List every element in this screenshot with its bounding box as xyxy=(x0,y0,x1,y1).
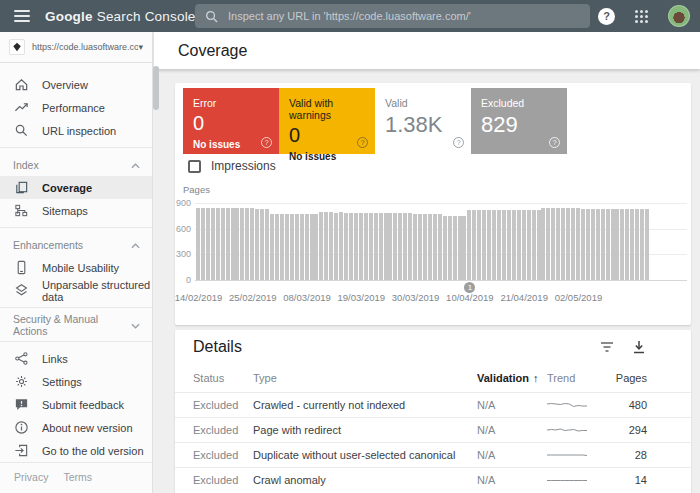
status-card-excluded[interactable]: Excluded829? xyxy=(471,88,567,154)
user-avatar[interactable] xyxy=(668,5,690,27)
status-card-label: Error xyxy=(193,97,269,109)
table-row[interactable]: ExcludedDuplicate without user-selected … xyxy=(175,442,691,467)
sidebar-item-label: Links xyxy=(42,353,68,365)
help-icon[interactable]: ? xyxy=(598,8,615,25)
status-card-error[interactable]: Error0No issues? xyxy=(183,88,279,154)
impressions-checkbox[interactable] xyxy=(188,160,201,173)
chart-bar xyxy=(206,208,210,280)
y-tick-label: 900 xyxy=(175,198,191,208)
cell-status: Excluded xyxy=(193,399,238,411)
column-header-pages[interactable]: Pages xyxy=(616,372,647,384)
performance-icon xyxy=(13,100,29,116)
column-header-trend[interactable]: Trend xyxy=(547,372,575,384)
chart-bar xyxy=(280,214,284,280)
sidebar-item-go-to-the-old-version[interactable]: Go to the old version xyxy=(0,439,152,462)
table-row[interactable]: ExcludedPage with redirectN/A294 xyxy=(175,417,691,442)
info-icon xyxy=(13,420,29,436)
menu-icon[interactable] xyxy=(14,10,30,22)
links-icon xyxy=(13,351,29,367)
details-card: Details Status Type Validation↑ Trend xyxy=(175,330,691,493)
impressions-label: Impressions xyxy=(211,159,276,173)
chart-bar xyxy=(462,216,466,280)
column-header-status[interactable]: Status xyxy=(193,372,224,384)
chart-bar xyxy=(221,208,225,280)
sidebar-section-security-manual-actions[interactable]: Security & Manual Actions xyxy=(0,313,152,336)
coverage-summary-card: Error0No issues?Valid with warnings0No i… xyxy=(175,83,691,325)
structured-data-icon xyxy=(13,283,29,299)
apps-grid-icon[interactable] xyxy=(634,9,649,24)
sidebar-item-mobile-usability[interactable]: Mobile Usability xyxy=(0,256,152,279)
help-icon[interactable]: ? xyxy=(357,137,368,148)
chart-bar xyxy=(300,214,304,280)
chart-bar xyxy=(240,208,244,280)
sidebar-item-links[interactable]: Links xyxy=(0,347,152,370)
sidebar-item-label: Coverage xyxy=(42,182,92,194)
sidebar-section-enhancements[interactable]: Enhancements xyxy=(0,233,152,256)
sidebar-divider xyxy=(0,307,152,308)
sidebar-item-overview[interactable]: Overview xyxy=(0,73,152,96)
chevron-up-icon xyxy=(131,159,140,171)
chart-bar xyxy=(428,214,432,280)
column-header-validation[interactable]: Validation↑ xyxy=(477,372,538,384)
table-row[interactable]: ExcludedCrawled - currently not indexedN… xyxy=(175,392,691,417)
status-card-label: Excluded xyxy=(481,97,557,109)
status-card-subtext: No issues xyxy=(193,139,269,150)
property-selector[interactable]: https://code.luasoftware.com/ ▾ xyxy=(0,32,152,63)
search-icon xyxy=(205,10,218,23)
x-tick-label: 14/02/2019 xyxy=(175,292,223,303)
sidebar-item-settings[interactable]: Settings xyxy=(0,370,152,393)
search-input[interactable] xyxy=(228,10,580,22)
footer-link-terms[interactable]: Terms xyxy=(63,471,92,483)
sidebar-divider xyxy=(0,341,152,342)
sidebar-item-coverage[interactable]: Coverage xyxy=(0,176,152,199)
status-card-value: 0 xyxy=(289,124,365,147)
chart-bar xyxy=(211,208,215,280)
chart-bar xyxy=(507,210,511,280)
chart-bar xyxy=(310,214,314,280)
chart-bar xyxy=(433,214,437,280)
table-row[interactable]: ExcludedCrawl anomalyN/A14 xyxy=(175,467,691,492)
sidebar-item-submit-feedback[interactable]: Submit feedback xyxy=(0,393,152,416)
cell-pages: 480 xyxy=(629,399,647,411)
sidebar-scrollbar-thumb[interactable] xyxy=(153,66,159,110)
sidebar-item-url-inspection[interactable]: URL inspection xyxy=(0,119,152,142)
chart-bar xyxy=(615,209,619,280)
x-tick-label: 21/04/2019 xyxy=(500,292,548,303)
chart-bar xyxy=(344,213,348,280)
url-inspect-searchbar[interactable] xyxy=(195,4,590,28)
chart-bar xyxy=(512,210,516,280)
chart-bar xyxy=(566,208,570,280)
sidebar-item-label: Sitemaps xyxy=(42,205,88,217)
chart-bar xyxy=(551,208,555,280)
sidebar-item-label: Mobile Usability xyxy=(42,262,119,274)
sidebar-item-sitemaps[interactable]: Sitemaps xyxy=(0,199,152,222)
chart-bar xyxy=(482,210,486,280)
x-tick-label: 10/04/2019 xyxy=(446,292,494,303)
help-icon[interactable]: ? xyxy=(261,137,272,148)
filter-icon[interactable] xyxy=(599,339,615,355)
sidebar-item-performance[interactable]: Performance xyxy=(0,96,152,119)
impressions-toggle[interactable]: Impressions xyxy=(188,159,276,173)
status-card-subtext: No issues xyxy=(289,151,365,162)
chart-bar xyxy=(502,210,506,280)
chart-bar xyxy=(285,214,289,280)
chart-bar xyxy=(556,208,560,280)
feedback-icon xyxy=(13,397,29,413)
sidebar-section-index[interactable]: Index xyxy=(0,153,152,176)
chart-bar xyxy=(576,208,580,280)
status-card-warning[interactable]: Valid with warnings0No issues? xyxy=(279,88,375,154)
sidebar-item-about-new-version[interactable]: About new version xyxy=(0,416,152,439)
help-icon[interactable]: ? xyxy=(549,137,560,148)
status-card-valid[interactable]: Valid1.38K? xyxy=(375,88,471,154)
download-icon[interactable] xyxy=(631,339,647,355)
chart-bar xyxy=(226,208,230,280)
chart-bar xyxy=(270,214,274,280)
footer-link-privacy[interactable]: Privacy xyxy=(14,471,48,483)
sidebar-item-unparsable-structured-data[interactable]: Unparsable structured data xyxy=(0,279,152,302)
column-header-type[interactable]: Type xyxy=(253,372,277,384)
help-icon[interactable]: ? xyxy=(453,137,464,148)
chart-bar xyxy=(601,209,605,280)
old-version-icon xyxy=(13,443,29,459)
chart-bar xyxy=(541,208,545,280)
sidebar-item-label: Overview xyxy=(42,79,88,91)
